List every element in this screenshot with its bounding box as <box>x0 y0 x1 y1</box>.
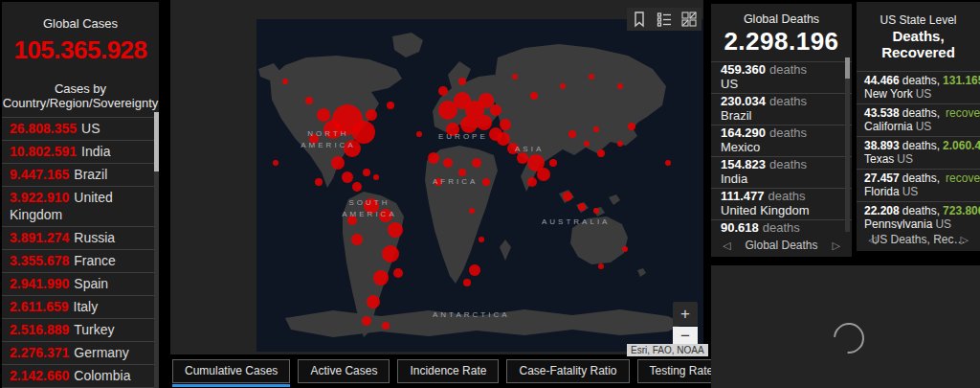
deaths-pager-label: Global Deaths <box>745 239 817 252</box>
case-region: Germany <box>74 345 129 360</box>
death-region: Mexico <box>721 141 836 155</box>
case-region: Colombia <box>74 368 130 383</box>
world-map[interactable]: NORTH AMERICA EUROPE ASIA AFRICA SOUTH A… <box>256 19 703 352</box>
case-count: 2.142.660 <box>10 368 69 383</box>
case-row[interactable]: 2.611.659Italy <box>2 295 159 318</box>
global-cases-title: Global Cases <box>2 16 159 31</box>
map-panel: NORTH AMERICA EUROPE ASIA AFRICA SOUTH A… <box>170 0 703 354</box>
case-row[interactable]: 2.516.889Turkey <box>2 318 159 341</box>
pager-next-icon[interactable]: ▷ <box>961 229 969 250</box>
label-south-america: SOUTH AMERICA <box>341 197 398 220</box>
case-count: 26.808.355 <box>10 121 77 136</box>
case-region: France <box>74 253 116 268</box>
case-count: 9.447.165 <box>10 167 69 182</box>
label-europe: EUROPE <box>438 132 488 141</box>
case-row[interactable]: 26.808.355US <box>2 117 159 140</box>
map-canvas <box>256 19 703 352</box>
death-count: 111.477 <box>721 189 765 203</box>
case-region: Russia <box>74 230 115 245</box>
case-region: US <box>81 121 100 136</box>
pager-prev-icon[interactable]: ◁ <box>723 235 730 256</box>
state-name: Texas <box>864 152 894 166</box>
death-count: 459.360 <box>721 62 766 77</box>
cases-scrollbar-thumb[interactable] <box>154 112 159 171</box>
case-region: Spain <box>74 276 108 291</box>
tab-incidence-rate[interactable]: Incidence Rate <box>397 359 499 383</box>
death-region: India <box>721 172 836 187</box>
case-row[interactable]: 2.941.990Spain <box>2 272 159 295</box>
pager-prev-icon[interactable]: ◁ <box>868 229 876 250</box>
case-region: India <box>81 144 110 159</box>
case-region: Italy <box>74 299 99 314</box>
label-asia: ASIA <box>515 145 544 153</box>
death-row[interactable]: 459.360deathsUS <box>711 61 852 93</box>
death-row[interactable]: 230.034deathsBrazil <box>711 93 852 125</box>
global-cases-value: 105.365.928 <box>2 35 159 65</box>
us-panel-subtitle: Deaths, Recovered <box>857 28 980 60</box>
case-count: 10.802.591 <box>10 144 77 159</box>
case-row[interactable]: 3.922.910United Kingdom <box>2 186 159 226</box>
death-count: 90.618 <box>721 220 759 235</box>
deaths-scrollbar[interactable] <box>845 57 850 232</box>
case-region: Brazil <box>74 167 107 182</box>
state-name: Florida <box>864 185 900 198</box>
cases-list: 26.808.355US 10.802.591India 9.447.165Br… <box>2 117 159 388</box>
death-row[interactable]: 111.477deathsUnited Kingdom <box>711 188 852 219</box>
deaths-list: 459.360deathsUS 230.034deathsBrazil 164.… <box>711 61 852 251</box>
map-widget-toolbar <box>627 8 702 31</box>
deaths-scrollbar-thumb[interactable] <box>845 57 850 79</box>
cases-panel-title: Cases by Country/Region/Sovereignty <box>2 81 159 110</box>
legend-icon[interactable] <box>657 11 672 27</box>
death-count: 164.290 <box>721 126 766 140</box>
death-row[interactable]: 154.823deathsIndia <box>711 156 852 188</box>
cases-scrollbar[interactable] <box>154 112 159 388</box>
state-row[interactable]: 38.893deaths,2.060.478recoveredTexasUS <box>857 136 980 169</box>
zoom-in-button[interactable]: + <box>673 302 698 326</box>
loading-panel <box>711 265 980 388</box>
tab-case-fatality-ratio[interactable]: Case-Fatality Ratio <box>506 359 629 383</box>
case-row[interactable]: 3.355.678France <box>2 249 159 272</box>
label-north-america: NORTH AMERICA <box>295 128 362 151</box>
label-antarctica: ANTARCTICA <box>433 310 510 319</box>
case-count: 2.611.659 <box>10 299 69 314</box>
case-region: Turkey <box>74 322 114 337</box>
loading-spinner-icon <box>827 316 870 359</box>
death-region: Brazil <box>721 109 836 124</box>
us-pager: ◁ US Deaths, Rec… ▷ <box>857 229 980 251</box>
us-state-list: 44.466deaths,131.165recoveredNew YorkUS … <box>857 71 980 234</box>
death-region: United Kingdom <box>721 204 836 218</box>
case-count: 3.891.274 <box>10 230 69 245</box>
case-count: 2.276.371 <box>10 345 69 360</box>
cases-by-country-panel: Cases by Country/Region/Sovereignty 26.8… <box>2 74 159 388</box>
case-row[interactable]: 9.447.165Brazil <box>2 163 159 186</box>
basemap-grid-icon[interactable] <box>681 11 697 27</box>
state-name: New York <box>864 87 913 101</box>
state-row[interactable]: 27.457deaths,recoveredFloridaUS <box>857 169 980 201</box>
global-deaths-title: Global Deaths <box>711 12 852 26</box>
case-row[interactable]: 2.142.660Colombia <box>2 364 159 387</box>
case-row[interactable]: 3.891.274Russia <box>2 226 159 249</box>
global-deaths-value: 2.298.196 <box>711 27 852 57</box>
us-panel-title: US State Level <box>857 13 980 27</box>
death-count: 154.823 <box>721 157 766 171</box>
case-row[interactable]: 2.276.371Germany <box>2 341 159 364</box>
map-tab-bar: Cumulative Cases Active Cases Incidence … <box>172 359 725 383</box>
case-count: 3.922.910 <box>10 190 69 205</box>
label-africa: AFRICA <box>433 177 478 186</box>
state-name: California <box>864 120 913 133</box>
state-row[interactable]: 44.466deaths,131.165recoveredNew YorkUS <box>857 71 980 103</box>
pager-next-icon[interactable]: ▷ <box>833 235 840 256</box>
case-row[interactable]: 10.802.591India <box>2 140 159 163</box>
tab-active-cases[interactable]: Active Cases <box>298 359 390 383</box>
global-deaths-panel: Global Deaths 2.298.196 459.360deathsUS … <box>711 4 852 257</box>
case-count: 3.355.678 <box>10 253 69 268</box>
case-count: 2.516.889 <box>10 322 69 337</box>
us-pager-label: US Deaths, Rec… <box>871 233 965 246</box>
tab-cumulative-cases[interactable]: Cumulative Cases <box>172 359 290 383</box>
death-region: US <box>721 78 836 92</box>
deaths-pager: ◁ Global Deaths ▷ <box>711 235 852 257</box>
bookmark-icon[interactable] <box>632 11 647 28</box>
us-state-panel: US State Level Deaths, Recovered 44.466d… <box>857 2 980 251</box>
death-row[interactable]: 164.290deathsMexico <box>711 125 852 156</box>
state-row[interactable]: 43.538deaths,recoveredCaliforniaUS <box>857 103 980 136</box>
